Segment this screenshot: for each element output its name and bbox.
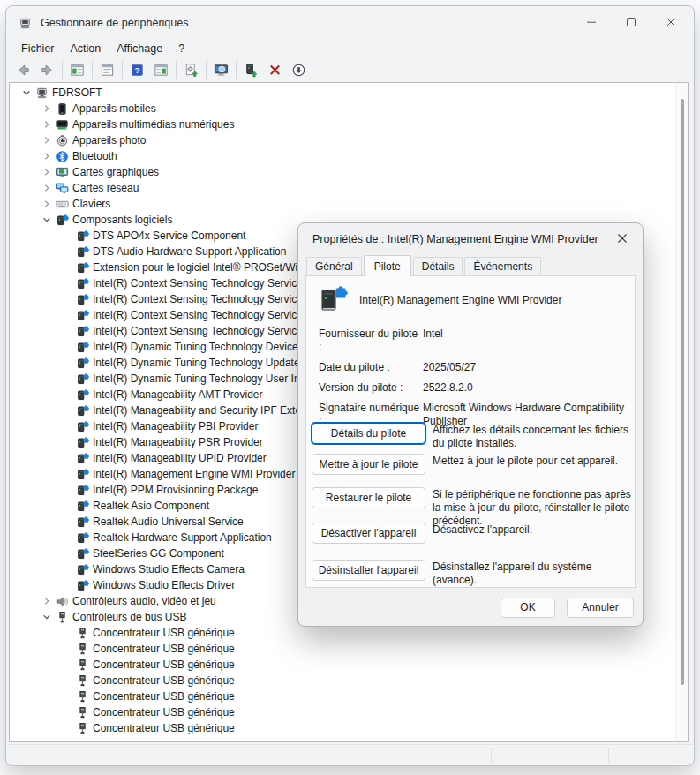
software-component-icon [74,562,90,576]
software-component-icon [74,372,90,386]
action-pane-icon[interactable] [149,59,173,80]
chevron-collapsed-icon[interactable] [39,594,54,608]
software-component-icon [74,419,90,433]
tree-item[interactable]: Cartes réseau [10,180,674,196]
tree-item[interactable]: Claviers [10,196,674,212]
tree-item[interactable]: Concentrateur USB générique [10,657,674,673]
tree-item-label: Concentrateur USB générique [93,658,235,671]
tree-item-label: Intel(R) Management Engine WMI Provider [93,468,295,480]
tree-item[interactable]: Appareils mobiles [10,101,674,117]
tree-item-label: Concentrateur USB générique [93,627,235,639]
tab-details[interactable]: Détails [413,257,463,275]
scan-hardware-changes-icon[interactable] [209,59,233,80]
uninstall-device-button[interactable]: Désinstaller l'appareil [312,560,425,581]
disable-device-icon[interactable] [287,59,311,80]
maximize-button[interactable] [611,6,651,40]
chevron-collapsed-icon[interactable] [39,181,54,195]
usb-icon [74,721,90,735]
chevron-spacer [59,673,74,688]
chevron-collapsed-icon[interactable] [39,117,54,132]
tree-item-label: Intel(R) Manageability UPID Provider [93,452,267,464]
tree-item[interactable]: Appareils photo [10,132,674,148]
ok-button[interactable]: OK [501,598,555,618]
chevron-collapsed-icon[interactable] [39,133,54,147]
chevron-spacer [59,483,74,497]
tab-general[interactable]: Général [306,257,362,275]
computer-icon [34,86,49,100]
tree-item[interactable]: Bluetooth [10,148,674,164]
chevron-spacer [59,403,74,418]
menu-aide[interactable]: ? [170,41,192,56]
dialog-close-button[interactable] [609,228,636,251]
close-button[interactable] [651,6,690,40]
chevron-spacer [59,292,74,306]
chevron-spacer [59,324,74,338]
chevron-spacer [59,578,74,592]
tab-pilote[interactable]: Pilote [364,255,411,276]
keyboard-icon [54,197,70,211]
tree-item[interactable]: Concentrateur USB générique [10,688,674,704]
usb-icon [74,658,90,672]
chevron-collapsed-icon[interactable] [39,165,54,179]
tree-item-label: Appareils mobiles [72,102,156,115]
tree-item-label: Composants logiciels [72,214,172,226]
driver-details-button[interactable]: Détails du pilote [312,423,425,444]
chevron-expanded-icon[interactable] [39,213,54,227]
help-icon[interactable]: ? [125,59,149,80]
software-component-icon [74,467,90,481]
uninstall-device-icon[interactable] [263,59,287,80]
update-driver-icon[interactable] [239,59,263,80]
chevron-spacer [59,721,74,735]
chevron-expanded-icon[interactable] [39,610,54,624]
update-driver-button[interactable]: Mettre à jour le pilote [312,454,425,475]
add-drivers-icon[interactable] [179,59,203,80]
tree-item-label: Realtek Audio Universal Service [93,515,244,528]
software-component-device-icon [317,284,349,316]
tree-item[interactable]: Concentrateur USB générique [10,673,674,688]
software-component-icon [74,403,90,418]
chevron-spacer [59,689,74,704]
menu-action[interactable]: Action [63,41,109,56]
chevron-spacer [59,546,74,561]
tree-item[interactable]: Concentrateur USB générique [10,720,674,736]
toolbar: ? [6,56,694,83]
scrollbar-thumb[interactable] [681,99,684,685]
bluetooth-icon [54,149,70,163]
properties-icon[interactable] [95,59,119,80]
driver-tab-page: Intel(R) Management Engine WMI Provider … [305,275,636,588]
forward-icon[interactable] [35,59,59,80]
media-device-icon [54,117,70,132]
minimize-button[interactable] [571,6,611,40]
tree-item-label: DTS APO4x Service Component [93,229,245,242]
tree-item[interactable]: FDRSOFT [10,85,674,101]
disable-device-button[interactable]: Désactiver l'appareil [312,523,425,544]
usb-icon [74,673,90,688]
tree-item[interactable]: Concentrateur USB générique [10,625,674,641]
vertical-scrollbar[interactable] [675,83,688,741]
tree-item-label: Realtek Hardware Support Application [93,531,272,544]
chevron-spacer [59,467,74,481]
tree-item-label: Intel(R) Context Sensing Technology Serv… [93,309,303,321]
tree-item-label: Realtek Asio Component [93,500,209,512]
tree-item-label: Concentrateur USB générique [93,643,235,655]
tree-item[interactable]: Concentrateur USB générique [10,704,674,720]
roll-back-driver-button[interactable]: Restaurer le pilote [312,487,425,508]
tree-item[interactable]: Cartes graphiques [10,164,674,180]
chevron-collapsed-icon[interactable] [39,197,54,211]
show-console-tree-icon[interactable] [65,59,89,80]
tab-evenements[interactable]: Événements [464,257,541,275]
back-icon[interactable] [11,59,35,80]
driver-field-row: Fournisseur du pilote :Intel [306,327,631,354]
tree-item[interactable]: Concentrateur USB générique [10,641,674,657]
chevron-collapsed-icon[interactable] [39,102,54,116]
driver-field-row: Date du pilote :2025/05/27 [306,361,631,374]
chevron-expanded-icon[interactable] [19,86,34,100]
uninstall-device-description: Désinstallez l'appareil du système (avan… [433,561,632,587]
chevron-collapsed-icon[interactable] [39,149,54,163]
menu-fichier[interactable]: Fichier [13,41,63,56]
cancel-button[interactable]: Annuler [567,598,634,618]
tree-item-label: Contrôleurs audio, vidéo et jeu [72,595,216,607]
device-name: Intel(R) Management Engine WMI Provider [359,294,561,306]
menu-affichage[interactable]: Affichage [109,41,170,56]
tree-item[interactable]: Appareils multimédias numériques [10,117,674,132]
